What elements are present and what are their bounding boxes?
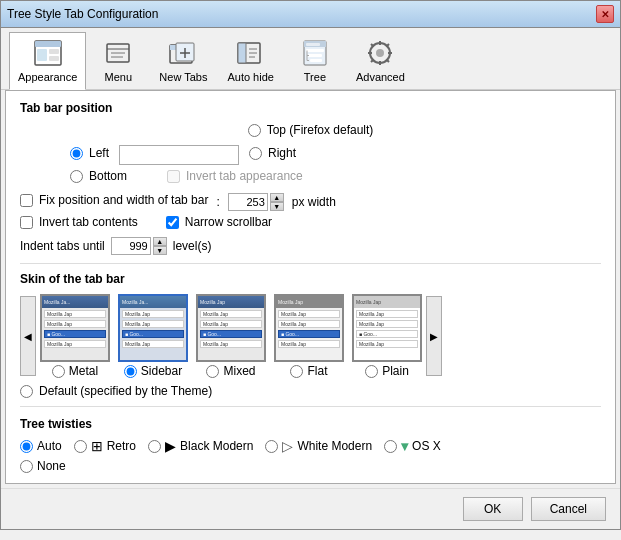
close-button[interactable]: ✕ [596, 5, 614, 23]
tab-auto-hide[interactable]: Auto hide [218, 32, 282, 89]
width-spinner: 253 ▲ ▼ [228, 193, 284, 211]
flat-row-2: Mozilla Jap [278, 320, 340, 328]
narrow-scrollbar-label[interactable]: Narrow scrollbar [166, 215, 272, 229]
skin-radio-flat[interactable] [290, 365, 303, 378]
invert-contents-checkbox[interactable] [20, 216, 33, 229]
skin-radio-metal[interactable] [52, 365, 65, 378]
skin-scroll-right-btn[interactable]: ▶ [426, 296, 442, 376]
skin-title: Skin of the tab bar [20, 272, 601, 286]
skin-thumb-sidebar-body: Mozilla Jap Mozilla Jap ■ Goo... Mozilla… [120, 308, 186, 360]
invert-contents-label[interactable]: Invert tab contents [20, 215, 138, 229]
mixed-label-row: Mixed [206, 364, 255, 378]
bottom-radio[interactable] [70, 170, 83, 183]
svg-rect-2 [37, 49, 47, 61]
skin-item-mixed[interactable]: Mozilla Jap Mozilla Jap Mozilla Jap ■ Go… [196, 294, 266, 378]
twisty-auto-label: Auto [37, 439, 62, 453]
twisty-retro-label: Retro [107, 439, 136, 453]
top-radio[interactable] [248, 124, 261, 137]
skin-item-plain[interactable]: Mozilla Jap Mozilla Jap Mozilla Jap ■ Go… [352, 294, 422, 378]
window-title: Tree Style Tab Configuration [7, 7, 158, 21]
main-content: Tab bar position Top (Firefox default) L… [5, 90, 616, 484]
black-modern-icon: ▶ [165, 439, 176, 453]
tab-advanced[interactable]: Advanced [347, 32, 414, 89]
indent-spinner: 999 ▲ ▼ [111, 237, 167, 255]
plain-row-1: Mozilla Jap [356, 310, 418, 318]
tab-tree-label: Tree [304, 71, 326, 83]
right-radio-label[interactable]: Right [249, 146, 296, 160]
indent-label: Indent tabs until [20, 239, 105, 253]
twisty-radio-white-modern[interactable] [265, 440, 278, 453]
tab-new-tabs-label: New Tabs [159, 71, 207, 83]
left-right-radio-row: Left Right [70, 145, 601, 165]
tab-appearance[interactable]: Appearance [9, 32, 86, 90]
top-radio-text: Top (Firefox default) [267, 123, 374, 137]
invert-appearance-checkbox[interactable] [167, 170, 180, 183]
cancel-button[interactable]: Cancel [531, 497, 606, 521]
skin-radio-sidebar[interactable] [124, 365, 137, 378]
twisty-black-modern[interactable]: ▶ Black Modern [148, 439, 253, 453]
twisty-radio-osx[interactable] [384, 440, 397, 453]
indent-up-btn[interactable]: ▲ [153, 237, 167, 246]
top-radio-row: Top (Firefox default) [20, 123, 601, 141]
footer: OK Cancel [1, 488, 620, 529]
skin-row: ◀ Mozilla Ja... Mozilla Jap Mozilla Jap … [20, 294, 601, 378]
svg-rect-4 [49, 56, 59, 61]
skin-radio-default[interactable] [20, 385, 33, 398]
ok-button[interactable]: OK [463, 497, 523, 521]
skin-radio-plain[interactable] [365, 365, 378, 378]
flat-row-1: Mozilla Jap [278, 310, 340, 318]
skin-thumb-plain-header: Mozilla Jap [354, 296, 420, 308]
width-up-btn[interactable]: ▲ [270, 193, 284, 202]
narrow-scrollbar-checkbox[interactable] [166, 216, 179, 229]
tab-new-tabs[interactable]: New Tabs [150, 32, 216, 89]
svg-rect-24 [310, 59, 322, 62]
indent-down-btn[interactable]: ▼ [153, 246, 167, 255]
twisty-radio-black-modern[interactable] [148, 440, 161, 453]
tree-icon [299, 37, 331, 69]
twisty-radio-auto[interactable] [20, 440, 33, 453]
skin-item-metal[interactable]: Mozilla Ja... Mozilla Jap Mozilla Jap ■ … [40, 294, 110, 378]
tab-tree[interactable]: Tree [285, 32, 345, 89]
twisty-retro[interactable]: ⊞ Retro [74, 439, 136, 453]
position-text-input[interactable] [119, 145, 239, 165]
skin-item-sidebar[interactable]: Mozilla Ja... Mozilla Jap Mozilla Jap ■ … [118, 294, 188, 378]
sidebar-row-4: Mozilla Jap [122, 340, 184, 348]
twisty-black-modern-label: Black Modern [180, 439, 253, 453]
twisty-white-modern[interactable]: ▷ White Modern [265, 439, 372, 453]
fix-position-label[interactable]: Fix position and width of tab bar [20, 193, 208, 207]
menu-icon [102, 37, 134, 69]
twisties-section: Tree twisties Auto ⊞ Retro ▶ Black Mo [20, 417, 601, 473]
tab-menu[interactable]: Menu [88, 32, 148, 89]
twisty-auto[interactable]: Auto [20, 439, 62, 453]
twisty-white-modern-label: White Modern [297, 439, 372, 453]
divider-2 [20, 406, 601, 407]
px-label: px width [292, 195, 336, 209]
left-radio[interactable] [70, 147, 83, 160]
main-window: Tree Style Tab Configuration ✕ Appearanc… [0, 0, 621, 530]
skin-item-flat[interactable]: Mozilla Jap Mozilla Jap Mozilla Jap ■ Go… [274, 294, 344, 378]
toolbar: Appearance Menu [1, 28, 620, 90]
indent-input[interactable]: 999 [111, 237, 151, 255]
skin-thumb-plain-body: Mozilla Jap Mozilla Jap ■ Goo... Mozilla… [354, 308, 420, 360]
twisty-none[interactable]: None [20, 459, 601, 473]
plain-row-2: Mozilla Jap [356, 320, 418, 328]
right-radio[interactable] [249, 147, 262, 160]
twisty-radio-retro[interactable] [74, 440, 87, 453]
bottom-radio-label[interactable]: Bottom [70, 169, 127, 183]
top-radio-label[interactable]: Top (Firefox default) [248, 123, 374, 137]
invert-appearance-label[interactable]: Invert tab appearance [167, 169, 303, 183]
fix-position-checkbox[interactable] [20, 194, 33, 207]
sidebar-row-1: Mozilla Jap [122, 310, 184, 318]
skin-thumb-flat-header: Mozilla Jap [276, 296, 342, 308]
twisty-osx[interactable]: ▾ OS X [384, 439, 441, 453]
left-radio-label[interactable]: Left [70, 146, 109, 160]
skin-scroll-left-btn[interactable]: ◀ [20, 296, 36, 376]
width-input[interactable]: 253 [228, 193, 268, 211]
mixed-row-4: Mozilla Jap [200, 340, 262, 348]
width-spinner-btns: ▲ ▼ [270, 193, 284, 211]
width-down-btn[interactable]: ▼ [270, 202, 284, 211]
twisty-radio-none[interactable] [20, 460, 33, 473]
auto-hide-icon [235, 37, 267, 69]
skin-radio-mixed[interactable] [206, 365, 219, 378]
skin-row-3: ■ Goo... [44, 330, 106, 338]
